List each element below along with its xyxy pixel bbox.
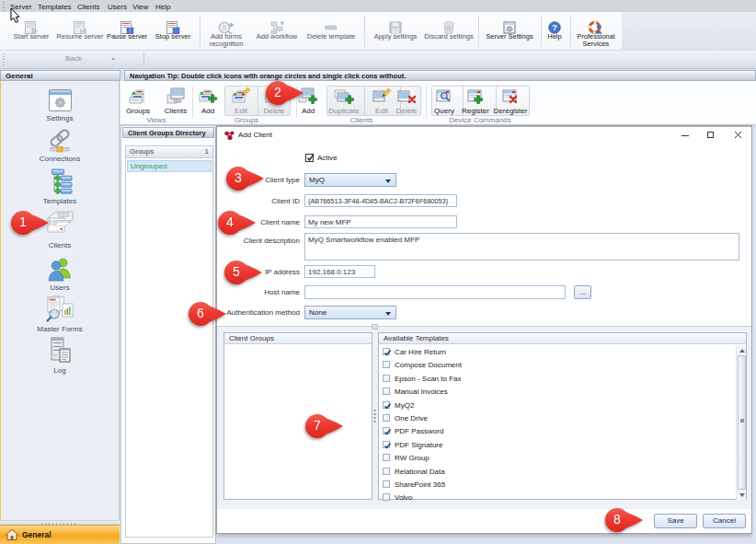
svg-text:?: ?: [552, 22, 557, 32]
